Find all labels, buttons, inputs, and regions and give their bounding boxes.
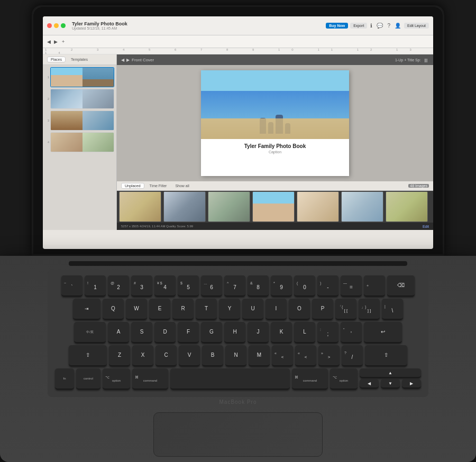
strip-photo-7[interactable] (386, 191, 428, 222)
key-a[interactable]: A (108, 322, 129, 343)
key-option-left[interactable]: ⌥ option (103, 368, 130, 390)
key-c[interactable]: C (155, 345, 177, 366)
touch-bar[interactable] (69, 261, 407, 266)
key-w[interactable]: W (126, 299, 147, 320)
key-b[interactable]: B (202, 345, 223, 366)
key-8[interactable]: & 8 (248, 275, 269, 297)
key-rbracket[interactable]: 」} ] ] (359, 299, 380, 320)
key-control[interactable]: control (76, 368, 100, 390)
key-arrow-up[interactable]: ▲ (360, 368, 421, 378)
key-1[interactable]: ! 1 (85, 275, 106, 297)
back-icon[interactable]: ◀ (47, 39, 51, 44)
close-button[interactable] (47, 23, 52, 28)
key-arrow-right[interactable]: ▶ (402, 379, 421, 389)
key-e[interactable]: E (149, 299, 170, 320)
key-2[interactable]: @ 2 (108, 275, 129, 297)
key-j[interactable]: J (248, 322, 269, 343)
tab-places[interactable]: Places (47, 57, 66, 62)
tab-show-all[interactable]: Show all (172, 183, 192, 188)
key-9[interactable]: * 9 (271, 275, 292, 297)
key-q[interactable]: Q (103, 299, 124, 320)
key-d[interactable]: D (154, 322, 176, 343)
key-equals[interactable]: — = (341, 275, 362, 297)
tab-templates[interactable]: Templates (68, 57, 91, 62)
key-k[interactable]: K (271, 322, 292, 343)
key-arrow-left[interactable]: ◀ (360, 379, 379, 389)
edit-link[interactable]: Edit (423, 225, 429, 228)
key-3[interactable]: # 3 (131, 275, 152, 297)
nav-prev[interactable]: ◀ (121, 58, 124, 62)
key-fn[interactable]: fn (55, 368, 74, 390)
key-6[interactable]: … 6 (201, 275, 222, 297)
key-slash-l[interactable]: » > (318, 345, 340, 366)
key-slash-r[interactable]: ? / (342, 345, 363, 366)
add-icon[interactable]: ＋ (61, 38, 66, 45)
key-enter[interactable]: ↩ (364, 322, 402, 343)
key-shift-left[interactable]: ⇧ (69, 345, 107, 366)
forward-icon[interactable]: ▶ (54, 39, 58, 44)
key-option-right[interactable]: ⌥ option (330, 368, 358, 390)
key-4[interactable]: ¥ $ 4 (154, 275, 176, 297)
key-backtick[interactable]: ~ ` (61, 275, 83, 297)
edit-layout-button[interactable]: Edit Layout (404, 23, 429, 29)
key-backslash[interactable]: | \ (382, 299, 403, 320)
key-7[interactable]: ^ 7 (224, 275, 245, 297)
strip-photo-5[interactable] (297, 191, 339, 222)
key-arrow-down[interactable]: ▼ (381, 379, 400, 389)
key-minus[interactable]: ) - (317, 275, 338, 297)
strip-photo-4[interactable] (252, 191, 295, 222)
maximize-button[interactable] (61, 23, 66, 28)
thumbnail-1[interactable]: 1 (45, 67, 114, 87)
key-n[interactable]: N (225, 345, 246, 366)
thumbnail-2[interactable]: 2 (45, 89, 114, 109)
key-quote[interactable]: " ' (341, 322, 362, 343)
user-icon[interactable]: 👤 (393, 22, 402, 29)
key-t[interactable]: T (196, 299, 217, 320)
key-space[interactable] (170, 368, 290, 390)
tab-time-filter[interactable]: Time Filter (147, 183, 170, 188)
layout-icons[interactable]: ||| (423, 58, 429, 62)
key-p[interactable]: P (312, 299, 333, 320)
key-command-left[interactable]: ⌘ command (132, 368, 168, 390)
key-semicolon[interactable]: : ; (317, 322, 338, 343)
key-l[interactable]: L (294, 322, 315, 343)
key-tab[interactable]: ⇥ (73, 299, 100, 320)
key-0[interactable]: ( 0 (294, 275, 315, 297)
key-f[interactable]: F (178, 322, 199, 343)
key-r[interactable]: R (172, 299, 194, 320)
key-x[interactable]: X (132, 345, 153, 366)
key-i[interactable]: I (266, 299, 287, 320)
strip-photo-3[interactable] (208, 191, 250, 222)
key-z[interactable]: Z (109, 345, 130, 366)
key-shift-right[interactable]: ⇧ (365, 345, 407, 366)
key-y[interactable]: Y (219, 299, 240, 320)
strip-photo-6[interactable] (341, 191, 383, 222)
thumbnail-4[interactable]: 4 (45, 132, 114, 152)
thumbnail-3[interactable]: 3 (45, 110, 114, 131)
key-plus-alt[interactable]: + (364, 275, 385, 297)
tab-unplaced[interactable]: Unplaced (121, 183, 144, 189)
key-m[interactable]: M (249, 345, 270, 366)
comment-icon[interactable]: 💬 (376, 22, 384, 29)
trackpad[interactable] (153, 412, 323, 457)
info-icon[interactable]: ℹ (369, 22, 373, 29)
key-comma[interactable]: « < (272, 345, 293, 366)
strip-photo-2[interactable] (163, 191, 206, 222)
key-period[interactable]: « < (295, 345, 316, 366)
key-lbracket[interactable]: 「{ [ [ (335, 299, 356, 320)
export-button[interactable]: Export (350, 23, 367, 29)
nav-next[interactable]: ▶ (126, 58, 130, 62)
key-backspace[interactable]: ⌫ (387, 275, 415, 297)
strip-photo-1[interactable] (119, 191, 161, 222)
minimize-button[interactable] (54, 23, 59, 28)
buy-now-button[interactable]: Buy Now (326, 23, 348, 29)
key-u[interactable]: U (242, 299, 263, 320)
key-command-right[interactable]: ⌘ command (292, 368, 328, 390)
key-caps[interactable]: 中/英 (74, 322, 106, 343)
key-5[interactable]: $ 5 (178, 275, 199, 297)
key-g[interactable]: G (201, 322, 222, 343)
key-o[interactable]: O (289, 299, 310, 320)
key-v[interactable]: V (179, 345, 200, 366)
key-h[interactable]: H (224, 322, 245, 343)
key-s[interactable]: S (131, 322, 152, 343)
